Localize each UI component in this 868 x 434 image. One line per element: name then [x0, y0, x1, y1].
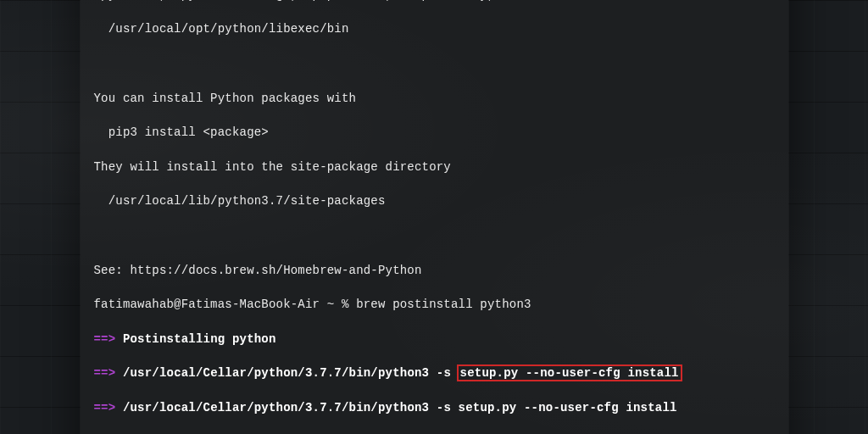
- prompt-line: fatimawahab@Fatimas-MacBook-Air ~ % brew…: [94, 296, 775, 313]
- terminal-content[interactable]: Unversioned symlinks `python`, `python-c…: [81, 0, 788, 434]
- brew-line: ==> /usr/local/Cellar/python/3.7.7/bin/p…: [94, 399, 775, 416]
- brew-line: ==> /usr/local/Cellar/python/3.7.7/bin/p…: [94, 364, 775, 381]
- output-line: [94, 227, 775, 244]
- brew-line: ==> Postinstalling python: [94, 331, 775, 348]
- terminal-window: 🏠 fatimawahab — -zsh — 80×17 Unversioned…: [81, 0, 788, 434]
- output-line: `python3`, `python3-config`, `pip3` etc.…: [94, 0, 775, 3]
- arrow-icon: ==>: [94, 366, 116, 380]
- output-line: pip3 install <package>: [94, 124, 775, 141]
- output-line: See: https://docs.brew.sh/Homebrew-and-P…: [94, 262, 775, 279]
- output-line: /usr/local/opt/python/libexec/bin: [94, 20, 775, 37]
- output-line: [94, 55, 775, 72]
- output-line: They will install into the site-package …: [94, 159, 775, 175]
- brew-step: /usr/local/Cellar/python/3.7.7/bin/pytho…: [123, 366, 682, 380]
- arrow-icon: ==>: [94, 401, 116, 415]
- output-line: /usr/local/lib/python3.7/site-packages: [94, 192, 775, 209]
- arrow-icon: ==>: [94, 332, 116, 346]
- brew-step: /usr/local/Cellar/python/3.7.7/bin/pytho…: [123, 401, 677, 415]
- highlight-box: setup.py --no-user-cfg install: [457, 364, 682, 381]
- brew-step: Postinstalling python: [123, 332, 276, 346]
- output-line: You can install Python packages with: [94, 90, 775, 107]
